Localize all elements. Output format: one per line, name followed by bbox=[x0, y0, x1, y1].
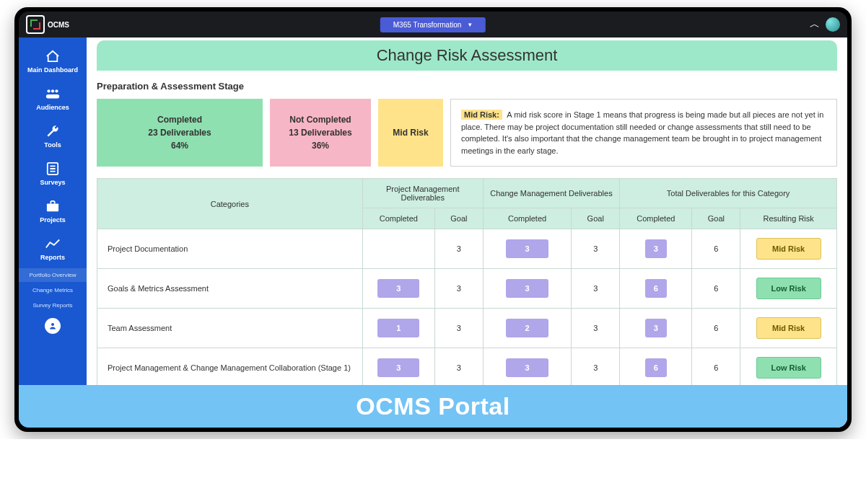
summary-row: Completed 23 Deliverables 64% Not Comple… bbox=[97, 99, 837, 167]
svg-point-1 bbox=[51, 89, 54, 92]
risk-chip: Low Risk bbox=[756, 278, 821, 299]
th-risk: Resulting Risk bbox=[740, 208, 837, 229]
svg-point-0 bbox=[47, 89, 50, 92]
project-selector-label: M365 Transformation bbox=[393, 21, 462, 29]
th-cm-goal: Goal bbox=[572, 208, 620, 229]
completed-title: Completed bbox=[157, 113, 202, 126]
nav-audiences[interactable]: Audiences bbox=[19, 81, 87, 117]
svg-rect-8 bbox=[47, 203, 58, 211]
not-completed-card: Not Completed 13 Deliverables 36% bbox=[270, 99, 371, 167]
risk-chip: Low Risk bbox=[756, 357, 821, 379]
completed-card: Completed 23 Deliverables 64% bbox=[97, 99, 263, 167]
th-cm: Change Management Deliverables bbox=[483, 179, 619, 208]
nav-main-dashboard[interactable]: Main Dashboard bbox=[19, 43, 87, 79]
main-content: Change Risk Assessment Preparation & Ass… bbox=[87, 37, 847, 428]
value-pill: 2 bbox=[506, 319, 548, 337]
th-pm-comp: Completed bbox=[362, 208, 434, 229]
nav-projects[interactable]: Projects bbox=[19, 193, 87, 229]
risk-chip: Mid Risk bbox=[756, 317, 821, 339]
risk-chip: Mid Risk bbox=[756, 238, 821, 260]
nav-label: Audiences bbox=[36, 104, 69, 111]
value-pill: 3 bbox=[506, 279, 548, 298]
page-title: Change Risk Assessment bbox=[97, 40, 837, 71]
risk-description-card: Mid Risk: A mid risk score in Stage 1 me… bbox=[450, 99, 837, 167]
svg-rect-3 bbox=[46, 94, 59, 99]
th-t-goal: Goal bbox=[692, 208, 740, 229]
surveys-icon bbox=[46, 162, 59, 176]
topbar: OCMS M365 Transformation ▼ ︿ bbox=[19, 12, 847, 37]
home-icon bbox=[45, 49, 61, 63]
project-selector[interactable]: M365 Transformation ▼ bbox=[380, 17, 486, 32]
value-pill: 1 bbox=[377, 319, 419, 337]
nav-label: Projects bbox=[40, 216, 66, 224]
value-pill: 6 bbox=[645, 279, 667, 298]
avatar[interactable] bbox=[826, 17, 840, 32]
not-completed-pct: 36% bbox=[312, 139, 329, 152]
stage-title: Preparation & Assessment Stage bbox=[97, 81, 837, 92]
sub-change-metrics[interactable]: Change Metrics bbox=[19, 283, 87, 297]
nav-label: Reports bbox=[40, 254, 65, 261]
risk-label: Mid Risk bbox=[393, 126, 428, 139]
table-row: Project Management & Change Management C… bbox=[97, 348, 837, 388]
svg-point-2 bbox=[55, 89, 58, 92]
value-pill: 3 bbox=[377, 279, 419, 298]
user-icon[interactable] bbox=[45, 318, 61, 334]
reports-icon bbox=[45, 236, 61, 251]
risk-label-card: Mid Risk bbox=[378, 99, 443, 167]
table-row: Project Documentation33336Mid Risk bbox=[97, 229, 837, 269]
footer-brand: OCMS Portal bbox=[19, 385, 847, 428]
not-completed-title: Not Completed bbox=[289, 113, 351, 126]
chevron-up-icon[interactable]: ︿ bbox=[810, 18, 820, 31]
wrench-icon bbox=[45, 124, 60, 138]
sub-portfolio-overview[interactable]: Portfolio Overview bbox=[19, 268, 87, 282]
th-categories: Categories bbox=[97, 179, 363, 229]
th-cm-comp: Completed bbox=[483, 208, 572, 229]
risk-desc-text: A mid risk score in Stage 1 means that p… bbox=[461, 110, 823, 155]
th-pm: Project Management Deliverables bbox=[362, 179, 483, 208]
not-completed-count: 13 Deliverables bbox=[289, 126, 351, 139]
brand-logo bbox=[26, 15, 45, 34]
nav-surveys[interactable]: Surveys bbox=[19, 156, 87, 192]
th-pm-goal: Goal bbox=[434, 208, 483, 229]
sub-survey-reports[interactable]: Survey Reports bbox=[19, 299, 87, 312]
audiences-icon bbox=[45, 87, 61, 101]
value-pill: 3 bbox=[506, 358, 548, 377]
risk-desc-tag: Mid Risk: bbox=[461, 110, 502, 120]
nav-label: Tools bbox=[44, 141, 61, 149]
nav-tools[interactable]: Tools bbox=[19, 118, 87, 154]
nav-label: Main Dashboard bbox=[27, 66, 78, 74]
nav-reports[interactable]: Reports bbox=[19, 231, 87, 267]
chevron-down-icon: ▼ bbox=[467, 22, 473, 28]
nav-label: Surveys bbox=[40, 179, 65, 186]
th-total: Total Deliverables for this Category bbox=[620, 179, 837, 208]
brand-name: OCMS bbox=[48, 21, 69, 29]
th-t-comp: Completed bbox=[620, 208, 692, 229]
table-row: Team Assessment132336Mid Risk bbox=[97, 309, 837, 348]
sidebar: Main Dashboard Audiences Tools Surveys P… bbox=[19, 37, 87, 428]
value-pill: 3 bbox=[377, 358, 419, 377]
value-pill: 3 bbox=[645, 239, 667, 258]
table-row: Goals & Metrics Assessment333366Low Risk bbox=[97, 269, 837, 309]
briefcase-icon bbox=[45, 199, 60, 213]
value-pill: 3 bbox=[506, 239, 548, 258]
completed-pct: 64% bbox=[171, 139, 188, 152]
value-pill: 3 bbox=[645, 319, 667, 337]
svg-point-9 bbox=[51, 323, 54, 326]
completed-count: 23 Deliverables bbox=[148, 126, 211, 139]
value-pill: 6 bbox=[645, 358, 667, 377]
